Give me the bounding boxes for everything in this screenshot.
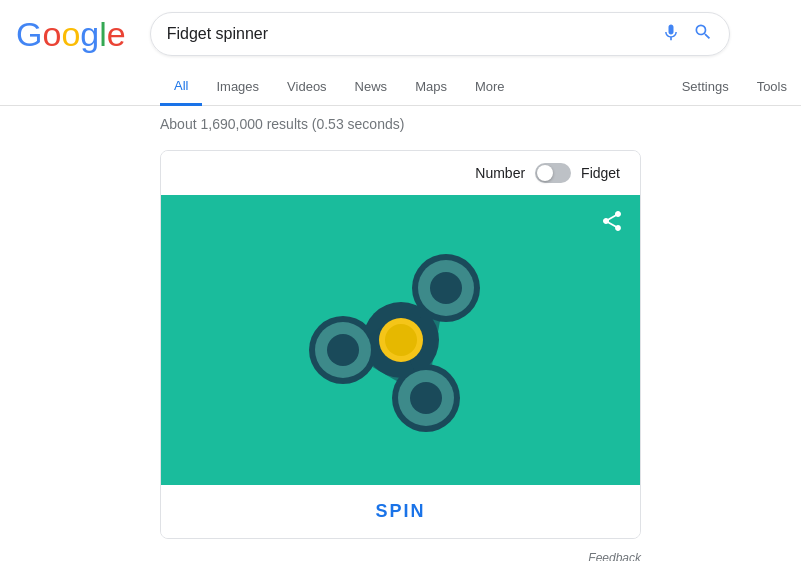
tab-news[interactable]: News xyxy=(341,69,402,104)
toggle-knob xyxy=(537,165,553,181)
logo-letter-l: l xyxy=(99,15,107,54)
widget-card: Number Fidget xyxy=(160,150,641,539)
results-info: About 1,690,000 results (0.53 seconds) xyxy=(0,106,801,142)
logo-letter-e: e xyxy=(107,15,126,54)
tab-images[interactable]: Images xyxy=(202,69,273,104)
spin-row: SPIN xyxy=(161,485,640,538)
logo-letter-o1: o xyxy=(42,15,61,54)
nav-tabs: All Images Videos News Maps More Setting… xyxy=(0,60,801,106)
feedback-link[interactable]: Feedback xyxy=(588,551,641,561)
toggle-row: Number Fidget xyxy=(161,151,640,195)
settings-link[interactable]: Settings xyxy=(668,69,743,104)
toggle-label-number: Number xyxy=(475,165,525,181)
spinner-area[interactable] xyxy=(161,195,640,485)
feedback-row: Feedback xyxy=(0,547,801,561)
logo-letter-g2: g xyxy=(80,15,99,54)
tab-all[interactable]: All xyxy=(160,68,202,106)
svg-point-15 xyxy=(410,382,442,414)
toggle-switch[interactable] xyxy=(535,163,571,183)
svg-point-17 xyxy=(385,324,417,356)
tab-more[interactable]: More xyxy=(461,69,519,104)
header: Google xyxy=(0,0,801,56)
svg-point-13 xyxy=(430,272,462,304)
search-icon[interactable] xyxy=(693,22,713,46)
spin-button[interactable]: SPIN xyxy=(375,501,425,522)
search-bar xyxy=(150,12,730,56)
search-icons xyxy=(661,22,713,46)
share-icon[interactable] xyxy=(600,209,624,237)
google-logo: Google xyxy=(16,15,126,54)
mic-icon[interactable] xyxy=(661,22,681,46)
search-input[interactable] xyxy=(167,25,661,43)
toggle-label-fidget: Fidget xyxy=(581,165,620,181)
logo-letter-g: G xyxy=(16,15,42,54)
tab-maps[interactable]: Maps xyxy=(401,69,461,104)
tools-link[interactable]: Tools xyxy=(743,69,801,104)
svg-point-14 xyxy=(327,334,359,366)
tab-videos[interactable]: Videos xyxy=(273,69,341,104)
fidget-spinner-graphic xyxy=(291,230,511,450)
logo-letter-o2: o xyxy=(61,15,80,54)
